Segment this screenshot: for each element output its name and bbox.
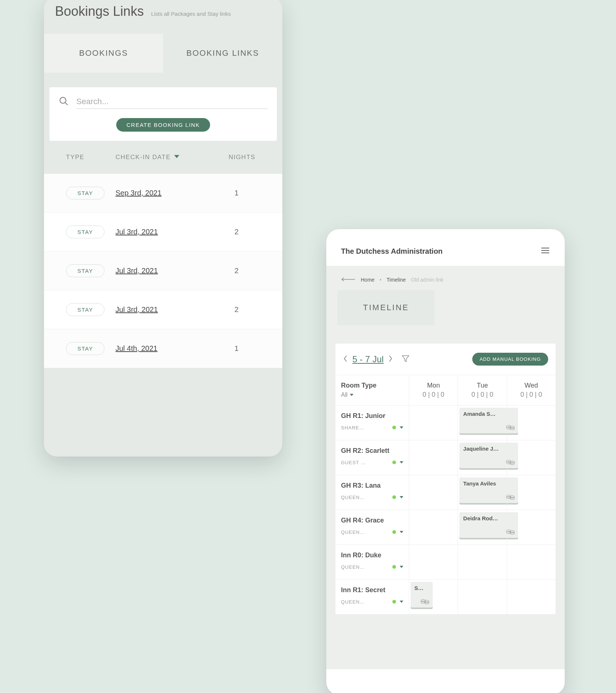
grid-cell[interactable]: Amanda S… (458, 406, 506, 440)
booking-card[interactable]: S… (411, 582, 433, 608)
date-range[interactable]: 5 - 7 Jul (352, 354, 384, 364)
svg-marker-7 (402, 356, 409, 362)
tab-booking-links[interactable]: BOOKING LINKS (163, 34, 282, 73)
nights-value: 1 (207, 189, 277, 197)
grid-cell[interactable]: Tanya Aviles (458, 475, 506, 510)
svg-marker-14 (400, 461, 403, 463)
grid-cell[interactable] (458, 580, 506, 614)
room-row: GH R1: JuniorSHARE…Amanda S… (336, 406, 556, 440)
checkin-date[interactable]: Jul 3rd, 2021 (115, 267, 207, 275)
room-name: Inn R0: Duke (341, 551, 403, 559)
chevron-down-icon[interactable] (400, 424, 403, 431)
breadcrumb: Home • Timeline Old admin link (326, 266, 565, 290)
checkin-date[interactable]: Jul 3rd, 2021 (115, 305, 207, 314)
chevron-down-icon[interactable] (400, 598, 403, 605)
col-nights: NIGHTS (207, 154, 277, 161)
room-subtype: GUEST … (341, 460, 366, 465)
guest-name: Deidra Rod… (463, 515, 498, 521)
room-type-filter[interactable]: All (341, 392, 403, 398)
timeline-screen: The Dutchess Administration Home • Timel… (326, 229, 565, 693)
search-icon (59, 96, 69, 108)
chevron-right-icon[interactable] (388, 355, 393, 364)
create-booking-link-button[interactable]: CREATE BOOKING LINK (116, 118, 210, 132)
col-checkin[interactable]: CHECK-IN DATE (115, 154, 207, 161)
bookings-links-screen: Bookings Links Lists all Packages and St… (44, 0, 282, 456)
grid-cell[interactable] (507, 440, 556, 475)
nights-value: 2 (207, 228, 277, 236)
svg-marker-8 (350, 394, 353, 396)
room-row: GH R4: GraceQUEEN…Deidra Rod… (336, 510, 556, 545)
status-dot-icon (392, 600, 396, 604)
status-dot-icon (392, 495, 396, 499)
page-subtitle: Lists all Packages and Stay links (151, 11, 231, 17)
tab-bookings[interactable]: BOOKINGS (44, 34, 163, 73)
grid-cell[interactable] (507, 406, 556, 440)
table-row[interactable]: STAYJul 3rd, 20212 (44, 213, 282, 252)
timeline-panel: 5 - 7 Jul ADD MANUAL BOOKING Room Type A… (336, 344, 556, 615)
chevron-down-icon[interactable] (400, 494, 403, 500)
filter-icon[interactable] (401, 354, 410, 364)
room-name: GH R1: Junior (341, 412, 403, 420)
app-title: The Dutchess Administration (341, 247, 443, 256)
grid-cell[interactable] (458, 545, 506, 579)
crumb-old-admin[interactable]: Old admin link (411, 277, 444, 283)
grid-cell[interactable]: S… (409, 580, 458, 614)
type-pill: STAY (66, 187, 104, 199)
checkin-date[interactable]: Jul 4th, 2021 (115, 344, 207, 353)
status-dot-icon (392, 565, 396, 569)
grid-cell[interactable] (409, 510, 458, 544)
room-row: Inn R0: DukeQUEEN… (336, 545, 556, 580)
guest-name: Jaqueline J… (463, 445, 499, 452)
grid-cell[interactable] (507, 510, 556, 544)
svg-marker-30 (400, 601, 403, 603)
svg-point-0 (60, 97, 66, 103)
room-type-label: Room Type (341, 382, 403, 389)
chevron-down-icon[interactable] (400, 564, 403, 570)
guest-name: Amanda S… (463, 411, 495, 417)
coins-icon (420, 597, 430, 605)
chevron-down-icon[interactable] (400, 529, 403, 535)
search-panel: CREATE BOOKING LINK (50, 87, 277, 141)
grid-cell[interactable] (507, 475, 556, 510)
svg-marker-29 (400, 566, 403, 568)
guest-name: Tanya Aviles (463, 480, 496, 487)
tab-timeline[interactable]: TIMELINE (337, 290, 434, 325)
grid-cell[interactable] (409, 440, 458, 475)
room-name: Inn R1: Secret (341, 586, 403, 594)
room-name: GH R3: Lana (341, 482, 403, 489)
grid-cell[interactable]: Jaqueline J… (458, 440, 506, 475)
svg-marker-19 (400, 496, 403, 498)
date-nav: 5 - 7 Jul (343, 354, 410, 364)
nights-value: 1 (207, 344, 277, 353)
chevron-left-icon[interactable] (343, 355, 348, 364)
tabs: BOOKINGS BOOKING LINKS (44, 34, 282, 73)
hamburger-icon[interactable] (540, 246, 550, 257)
nights-value: 2 (207, 267, 277, 275)
table-header: TYPE CHECK-IN DATE NIGHTS (44, 141, 282, 174)
crumb-timeline[interactable]: Timeline (386, 277, 406, 283)
search-input[interactable] (76, 95, 268, 109)
checkin-date[interactable]: Sep 3rd, 2021 (115, 189, 207, 197)
back-arrow-icon[interactable] (341, 277, 356, 283)
grid-cell[interactable] (507, 580, 556, 614)
add-manual-booking-button[interactable]: ADD MANUAL BOOKING (472, 353, 548, 366)
grid-cell[interactable] (409, 545, 458, 579)
crumb-home[interactable]: Home (361, 277, 374, 283)
table-row[interactable]: STAYJul 3rd, 20212 (44, 252, 282, 290)
grid-cell[interactable] (409, 406, 458, 440)
room-name: GH R2: Scarlett (341, 447, 403, 455)
room-row: GH R2: ScarlettGUEST …Jaqueline J… (336, 440, 556, 475)
status-dot-icon (392, 426, 396, 429)
grid-cell[interactable] (409, 475, 458, 510)
table-row[interactable]: STAYJul 3rd, 20212 (44, 290, 282, 329)
chevron-down-icon (350, 392, 353, 398)
checkin-date[interactable]: Jul 3rd, 2021 (115, 228, 207, 236)
grid-cell[interactable] (507, 545, 556, 579)
chevron-down-icon[interactable] (400, 459, 403, 466)
grid-cell[interactable]: Deidra Rod… (458, 510, 506, 544)
table-row[interactable]: STAYSep 3rd, 20211 (44, 174, 282, 213)
room-subtype: QUEEN… (341, 529, 365, 535)
day-column-header: Wed0 | 0 | 0 (507, 375, 556, 405)
table-row[interactable]: STAYJul 4th, 20211 (44, 329, 282, 368)
day-column-header: Tue0 | 0 | 0 (458, 375, 506, 405)
